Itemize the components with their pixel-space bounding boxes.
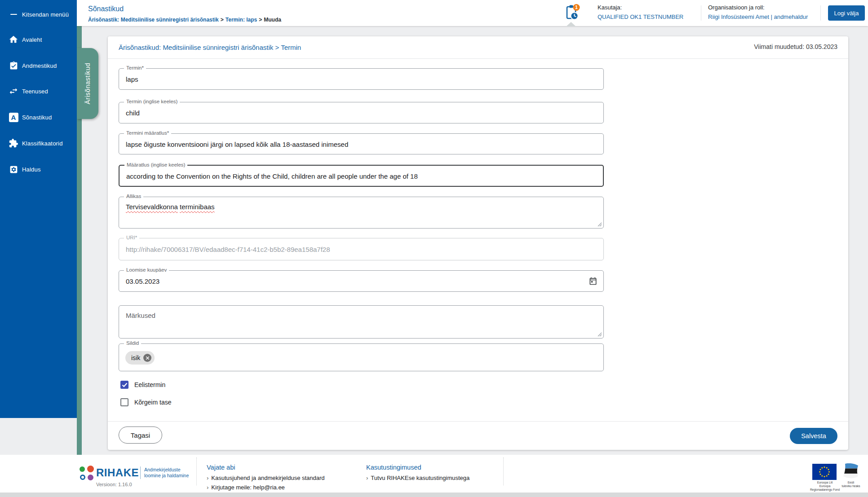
terms-link[interactable]: ›Tutvu RIHAKEse kasutustingimustega — [366, 475, 469, 481]
creation-date-field[interactable]: Loomise kuupäev 03.05.2023 — [119, 270, 604, 292]
org-block: Organisatsioon ja roll: Riigi Infosüstee… — [708, 4, 808, 20]
tooltip-arrow — [566, 22, 576, 26]
puzzle-icon — [8, 137, 19, 149]
footer-divider — [503, 457, 504, 485]
notification-clipboard-clock-icon[interactable]: 1 — [563, 4, 581, 22]
back-button[interactable]: Tagasi — [119, 427, 162, 444]
logout-button[interactable]: Logi välja — [828, 5, 865, 21]
chip-remove-icon[interactable] — [143, 354, 151, 362]
maaratlus-en-label: Määratlus (inglise keeles) — [124, 162, 187, 167]
last-modified: Viimati muudetud: 03.05.2023 — [754, 43, 837, 50]
breadcrumb-separator: > — [257, 17, 264, 23]
link-arrow-icon: › — [207, 475, 208, 481]
swap-arrows-icon — [8, 85, 19, 97]
estonia-flag-caption: Eesti tuleviku heaks — [838, 481, 864, 488]
allikas-value: Tervisevaldkonna terminibaas — [126, 203, 215, 211]
maaratlus-en-field[interactable]: Määratlus (inglise keeles) according to … — [119, 165, 604, 187]
top-header: Sõnastikud Ärisõnastik: Meditsiinilise s… — [0, 0, 868, 26]
save-button[interactable]: Salvesta — [790, 428, 837, 444]
version-text: Versioon: 1.16.0 — [96, 482, 132, 487]
maaratlus-field[interactable]: Termini määratlus* lapse õiguste konvent… — [119, 133, 604, 154]
terms-heading: Kasutustingimused — [366, 464, 469, 471]
sidebar-item-collapse-menu[interactable]: Kitsendan menüü — [0, 4, 77, 24]
org-value[interactable]: Riigi Infosüsteemi Amet | andmehaldur — [708, 13, 808, 20]
card-buttons-divider — [108, 421, 848, 422]
sidebar: Kitsendan menüü Avaleht Andmestikud Teen… — [0, 0, 77, 418]
termin-value: laps — [126, 75, 138, 83]
maaratlus-value: lapse õiguste konventsiooni järgi on lap… — [126, 140, 348, 148]
user-block: Kasutaja: QUALIFIED OK1 TESTNUMBER — [598, 4, 683, 20]
uri-label: URI* — [124, 235, 139, 240]
eu-flag-icon — [812, 464, 837, 482]
calendar-icon[interactable] — [589, 277, 598, 286]
breadcrumb-link-term[interactable]: Termin: laps — [226, 17, 257, 23]
estonia-flag-icon — [841, 463, 859, 482]
uri-field: URI* http://rihake/70006317/BV/edaad8ec-… — [119, 238, 604, 260]
resize-handle-icon[interactable] — [598, 332, 602, 337]
bottom-gray-bar — [0, 493, 868, 497]
card-header-divider — [108, 58, 848, 59]
breadcrumb-separator: > — [219, 17, 226, 23]
svg-text:1: 1 — [575, 4, 578, 10]
termin-en-label: Termin (inglise keeles) — [124, 99, 180, 104]
wordmark-divider — [140, 466, 141, 479]
markused-placeholder: Märkused — [126, 312, 155, 319]
tag-chip-label: isik — [131, 354, 140, 361]
eelistermin-checkbox-row[interactable]: Eelistermin — [120, 381, 165, 389]
user-name[interactable]: QUALIFIED OK1 TESTNUMBER — [598, 13, 683, 20]
tab-arisonastikud-label: Ärisõnastikud — [84, 63, 91, 104]
org-label: Organisatsioon ja roll: — [708, 4, 808, 11]
help-heading: Vajate abi — [207, 464, 325, 471]
home-icon — [8, 34, 19, 45]
footer-help-section: Vajate abi ›Kasutusjuhend ja andmekirjel… — [207, 464, 325, 493]
breadcrumb-link-dictionary[interactable]: Ärisõnastik: Meditsiinilise sünniregistr… — [88, 17, 219, 23]
gear-icon — [8, 163, 19, 175]
tag-chip: isik — [125, 351, 155, 365]
termin-label: Termin* — [124, 65, 146, 70]
help-link-email[interactable]: ›Kirjutage meile: help@ria.ee — [207, 484, 325, 491]
footer: RIHAKE Andmekirjelduste loomine ja halda… — [0, 455, 868, 493]
maaratlus-en-value: according to the Convention on the Right… — [126, 172, 418, 180]
uri-value: http://rihake/70006317/BV/edaad8ec-f714-… — [126, 246, 330, 253]
termin-field[interactable]: Termin* laps — [119, 68, 604, 90]
sidebar-item-classifiers[interactable]: Klassifikaatorid — [0, 133, 77, 153]
rihake-tagline: Andmekirjelduste loomine ja haldamine — [144, 467, 189, 479]
sidebar-item-services[interactable]: Teenused — [0, 81, 77, 101]
app-root: Sõnastikud Ärisõnastik: Meditsiinilise s… — [0, 0, 868, 497]
sidebar-item-administration[interactable]: Haldus — [0, 159, 77, 179]
checkbox-checked-icon[interactable] — [120, 381, 128, 389]
sildid-field[interactable]: Sildid isik — [119, 343, 604, 371]
user-label: Kasutaja: — [598, 4, 683, 11]
sidebar-item-dictionaries[interactable]: A Sõnastikud — [0, 107, 77, 127]
korgeim-tase-label: Kõrgeim tase — [134, 399, 171, 406]
checkbox-unchecked-icon[interactable] — [120, 398, 128, 406]
eu-flag-caption: Euroopa Liit Euroopa Regionaalarengu Fon… — [807, 481, 843, 492]
sildid-label: Sildid — [124, 340, 141, 346]
sidebar-item-datasets[interactable]: Andmestikud — [0, 56, 77, 75]
footer-divider — [196, 457, 197, 485]
creation-date-value: 03.05.2023 — [126, 277, 159, 285]
collapse-menu-icon — [8, 9, 19, 20]
clipboard-check-icon — [8, 60, 19, 71]
header-divider — [701, 5, 701, 21]
page-title: Sõnastikud — [88, 5, 124, 13]
card-heading: Ärisõnastikud: Meditsiinilise sünniregis… — [119, 44, 301, 51]
allikas-field[interactable]: Allikas Tervisevaldkonna terminibaas — [119, 197, 604, 229]
link-arrow-icon: › — [207, 484, 208, 491]
sidebar-item-home[interactable]: Avaleht — [0, 30, 77, 49]
maaratlus-label: Termini määratlus* — [124, 130, 171, 136]
breadcrumb-current: Muuda — [264, 17, 281, 23]
resize-handle-icon[interactable] — [598, 222, 602, 227]
rihake-wordmark: RIHAKE — [96, 466, 139, 479]
korgeim-tase-checkbox-row[interactable]: Kõrgeim tase — [120, 398, 171, 406]
footer-terms-section: Kasutustingimused ›Tutvu RIHAKEse kasutu… — [366, 464, 469, 484]
markused-field[interactable]: Märkused — [119, 305, 604, 339]
termin-en-field[interactable]: Termin (inglise keeles) child — [119, 102, 604, 123]
help-link-manual[interactable]: ›Kasutusjuhend ja andmekirjelduse standa… — [207, 475, 325, 481]
header-divider — [820, 5, 821, 21]
letter-a-icon: A — [8, 111, 19, 123]
eelistermin-label: Eelistermin — [134, 381, 165, 388]
creation-date-label: Loomise kuupäev — [124, 267, 169, 273]
termin-en-value: child — [126, 109, 140, 117]
tab-arisonastikud[interactable]: Ärisõnastikud — [77, 48, 98, 119]
